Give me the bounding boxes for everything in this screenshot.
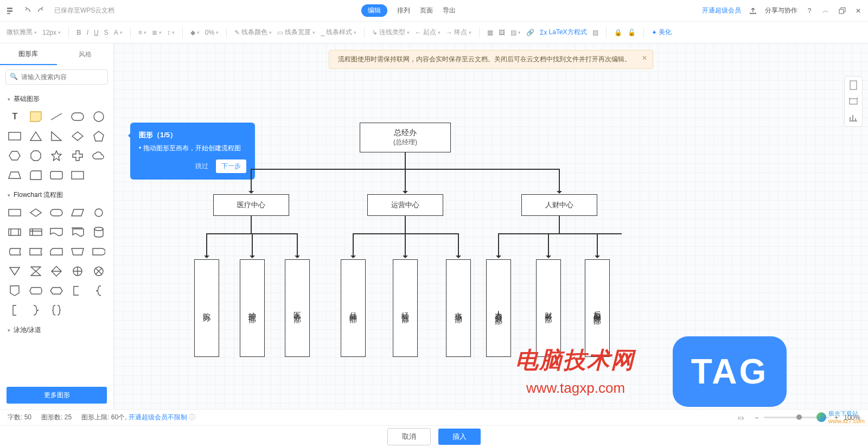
zoom-slider[interactable] [764, 417, 829, 418]
conn-end[interactable]: → 终点▾ [446, 28, 471, 37]
shape-text[interactable]: T [7, 109, 23, 124]
tab-shape-library[interactable]: 图形库 [0, 44, 57, 65]
size-select[interactable]: 12px▾ [42, 29, 61, 36]
fc-data[interactable] [69, 205, 86, 220]
line-style[interactable]: ⎯ 线条样式▾ [321, 28, 356, 37]
link-icon[interactable]: 🔗 [526, 29, 534, 36]
underline-icon[interactable]: U [94, 29, 99, 36]
section-basic[interactable]: ▾基础图形 [0, 89, 113, 107]
font-color-icon[interactable]: A▾ [114, 29, 123, 36]
conn-start[interactable]: ← 起点▾ [415, 28, 441, 37]
image-icon[interactable]: 🖼 [499, 29, 505, 36]
fc-delay[interactable] [90, 244, 107, 259]
strike-icon[interactable]: S [104, 29, 108, 36]
table-icon[interactable]: ▤▾ [510, 29, 521, 36]
shape-note[interactable] [28, 109, 44, 124]
fc-rbrace[interactable] [28, 303, 44, 318]
line-color[interactable]: ✎ 线条颜色▾ [234, 28, 272, 37]
node-l3-5[interactable]: 市场部 [446, 259, 471, 357]
fc-annotation[interactable] [69, 283, 86, 298]
node-root[interactable]: 总经办 (总经理) [360, 123, 451, 152]
tip-next[interactable]: 下一步 [216, 159, 246, 173]
fc-db[interactable] [90, 225, 107, 240]
node-l3-7[interactable]: 财务部 [536, 259, 561, 357]
fill-icon[interactable]: ◆▾ [190, 29, 200, 36]
zoom-out[interactable]: − [755, 414, 758, 422]
minimap-icon[interactable]: ▭ [736, 413, 745, 422]
fc-manual[interactable] [69, 244, 86, 259]
node-l2-2[interactable]: 人财中心 [521, 194, 597, 216]
fc-or[interactable] [69, 264, 86, 279]
layer-icon[interactable]: ▧ [592, 29, 598, 36]
redo-icon[interactable] [38, 7, 47, 15]
chart-icon[interactable] [849, 113, 858, 122]
shape-circle[interactable] [90, 109, 107, 124]
menu-arrange[interactable]: 排列 [397, 6, 410, 15]
canvas[interactable]: 流程图使用时需保持联网，内容会实时保存至云文档。关闭后可在云文档中找到文件并打开… [114, 43, 868, 409]
node-l3-8[interactable]: 后勤保障部 [585, 259, 610, 357]
share-icon[interactable] [749, 7, 757, 15]
shape-rtriangle[interactable] [48, 129, 65, 144]
shape-rect2[interactable] [48, 168, 65, 183]
insert-button[interactable]: 插入 [438, 429, 481, 445]
shape-cloud[interactable] [90, 148, 107, 163]
tab-style[interactable]: 风格 [57, 44, 114, 65]
menu-page[interactable]: 页面 [420, 6, 433, 15]
fc-curly[interactable] [48, 303, 65, 318]
shape-pentagon[interactable] [90, 129, 107, 144]
node-l3-2[interactable]: 医务部 [285, 259, 310, 357]
fc-tape[interactable] [28, 244, 44, 259]
vip-link[interactable]: 开通超级会员 [702, 6, 741, 15]
valign-icon[interactable]: ≣▾ [152, 29, 162, 36]
fit-icon[interactable] [849, 97, 858, 106]
node-l2-1[interactable]: 运营中心 [367, 194, 443, 216]
shape-rect3[interactable] [69, 168, 86, 183]
beautify[interactable]: ✦ 美化 [652, 28, 672, 37]
fc-terminal[interactable] [48, 205, 65, 220]
node-l2-0[interactable]: 医疗中心 [213, 194, 289, 216]
group-icon[interactable]: ▦ [487, 29, 493, 36]
shape-rect[interactable] [7, 129, 23, 144]
mode-edit[interactable]: 编辑 [361, 4, 387, 17]
help-icon[interactable]: ? [805, 7, 814, 15]
bold-icon[interactable]: B [76, 29, 81, 36]
fc-collate[interactable] [28, 264, 44, 279]
fc-stored[interactable] [7, 244, 23, 259]
lock-icon[interactable]: 🔒 [614, 29, 622, 36]
fc-sort[interactable] [48, 264, 65, 279]
italic-icon[interactable]: I [87, 29, 88, 36]
fc-bracket[interactable] [7, 303, 23, 318]
shape-card[interactable] [28, 168, 44, 183]
page-icon[interactable] [849, 81, 858, 90]
node-l3-1[interactable]: 护理部 [240, 259, 265, 357]
fc-multidoc[interactable] [69, 225, 86, 240]
shape-diamond[interactable] [69, 129, 86, 144]
cancel-button[interactable]: 取消 [387, 428, 431, 445]
shape-triangle[interactable] [28, 129, 44, 144]
fc-card[interactable] [48, 244, 65, 259]
spacing-icon[interactable]: ↕▾ [167, 29, 175, 36]
fc-merge[interactable] [7, 264, 23, 279]
menu-export[interactable]: 导出 [443, 6, 456, 15]
shape-cross[interactable] [69, 148, 86, 163]
fc-brace[interactable] [90, 283, 107, 298]
section-flowchart[interactable]: ▾Flowchart 流程图 [0, 185, 113, 203]
line-width[interactable]: ▭ 线条宽度▾ [277, 28, 315, 37]
latex[interactable]: Σx LaTeX方程式 [540, 28, 586, 37]
tip-skip[interactable]: 跳过 [195, 162, 208, 171]
font-select[interactable]: 微软雅黑▾ [7, 28, 37, 37]
undo-icon[interactable] [22, 7, 30, 15]
fc-sum[interactable] [90, 264, 107, 279]
conn-type[interactable]: ↳ 连线类型▾ [372, 28, 410, 37]
fc-connector[interactable] [90, 205, 107, 220]
fc-display[interactable] [28, 283, 44, 298]
opacity-select[interactable]: 0%▾ [205, 29, 219, 36]
shape-hexagon[interactable] [7, 148, 23, 163]
shape-trap1[interactable] [7, 168, 23, 183]
node-l3-6[interactable]: 人力资源部 [486, 259, 511, 357]
fc-process[interactable] [7, 205, 23, 220]
shape-line[interactable] [48, 109, 65, 124]
fc-internal[interactable] [28, 225, 44, 240]
unlock-icon[interactable]: 🔓 [628, 29, 636, 36]
fc-predef[interactable] [7, 225, 23, 240]
